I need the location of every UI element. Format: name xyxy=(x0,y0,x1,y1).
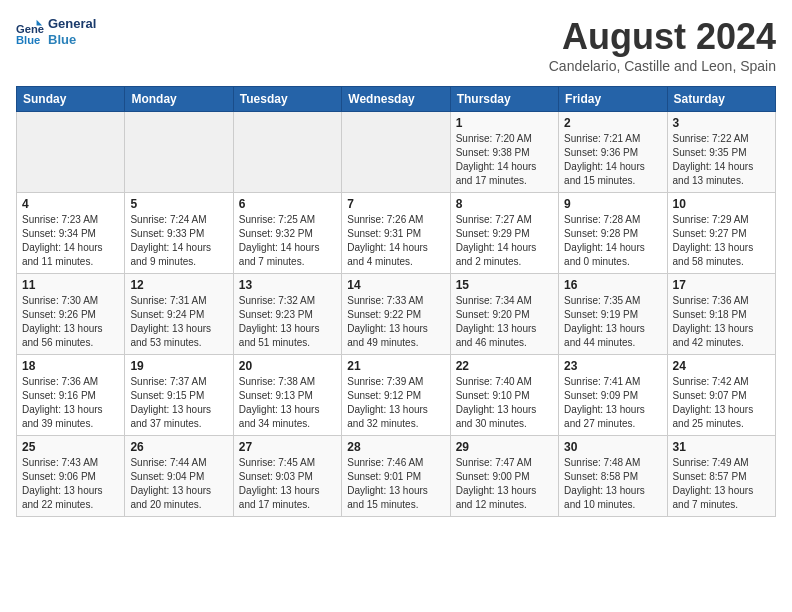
day-number: 13 xyxy=(239,278,336,292)
day-number: 11 xyxy=(22,278,119,292)
calendar-cell-3-2: 12Sunrise: 7:31 AMSunset: 9:24 PMDayligh… xyxy=(125,274,233,355)
calendar-cell-5-5: 29Sunrise: 7:47 AMSunset: 9:00 PMDayligh… xyxy=(450,436,558,517)
calendar-cell-2-1: 4Sunrise: 7:23 AMSunset: 9:34 PMDaylight… xyxy=(17,193,125,274)
calendar-cell-5-2: 26Sunrise: 7:44 AMSunset: 9:04 PMDayligh… xyxy=(125,436,233,517)
calendar-cell-4-3: 20Sunrise: 7:38 AMSunset: 9:13 PMDayligh… xyxy=(233,355,341,436)
calendar-cell-3-1: 11Sunrise: 7:30 AMSunset: 9:26 PMDayligh… xyxy=(17,274,125,355)
day-number: 3 xyxy=(673,116,770,130)
day-info: Sunrise: 7:49 AMSunset: 8:57 PMDaylight:… xyxy=(673,456,770,512)
weekday-header-tuesday: Tuesday xyxy=(233,87,341,112)
calendar-cell-1-2 xyxy=(125,112,233,193)
calendar-cell-1-6: 2Sunrise: 7:21 AMSunset: 9:36 PMDaylight… xyxy=(559,112,667,193)
weekday-header-saturday: Saturday xyxy=(667,87,775,112)
logo-line2: Blue xyxy=(48,32,96,48)
day-info: Sunrise: 7:28 AMSunset: 9:28 PMDaylight:… xyxy=(564,213,661,269)
day-number: 22 xyxy=(456,359,553,373)
day-number: 17 xyxy=(673,278,770,292)
day-info: Sunrise: 7:30 AMSunset: 9:26 PMDaylight:… xyxy=(22,294,119,350)
day-number: 14 xyxy=(347,278,444,292)
day-info: Sunrise: 7:36 AMSunset: 9:18 PMDaylight:… xyxy=(673,294,770,350)
day-info: Sunrise: 7:31 AMSunset: 9:24 PMDaylight:… xyxy=(130,294,227,350)
calendar-cell-4-4: 21Sunrise: 7:39 AMSunset: 9:12 PMDayligh… xyxy=(342,355,450,436)
day-info: Sunrise: 7:47 AMSunset: 9:00 PMDaylight:… xyxy=(456,456,553,512)
day-number: 20 xyxy=(239,359,336,373)
calendar-week-row-3: 11Sunrise: 7:30 AMSunset: 9:26 PMDayligh… xyxy=(17,274,776,355)
day-number: 31 xyxy=(673,440,770,454)
day-number: 6 xyxy=(239,197,336,211)
calendar-week-row-1: 1Sunrise: 7:20 AMSunset: 9:38 PMDaylight… xyxy=(17,112,776,193)
day-info: Sunrise: 7:22 AMSunset: 9:35 PMDaylight:… xyxy=(673,132,770,188)
day-number: 10 xyxy=(673,197,770,211)
day-info: Sunrise: 7:33 AMSunset: 9:22 PMDaylight:… xyxy=(347,294,444,350)
day-info: Sunrise: 7:24 AMSunset: 9:33 PMDaylight:… xyxy=(130,213,227,269)
day-info: Sunrise: 7:42 AMSunset: 9:07 PMDaylight:… xyxy=(673,375,770,431)
day-info: Sunrise: 7:23 AMSunset: 9:34 PMDaylight:… xyxy=(22,213,119,269)
weekday-header-sunday: Sunday xyxy=(17,87,125,112)
day-info: Sunrise: 7:21 AMSunset: 9:36 PMDaylight:… xyxy=(564,132,661,188)
day-number: 23 xyxy=(564,359,661,373)
day-info: Sunrise: 7:34 AMSunset: 9:20 PMDaylight:… xyxy=(456,294,553,350)
day-number: 27 xyxy=(239,440,336,454)
day-number: 21 xyxy=(347,359,444,373)
day-number: 25 xyxy=(22,440,119,454)
month-year-title: August 2024 xyxy=(549,16,776,58)
day-info: Sunrise: 7:38 AMSunset: 9:13 PMDaylight:… xyxy=(239,375,336,431)
calendar-cell-4-7: 24Sunrise: 7:42 AMSunset: 9:07 PMDayligh… xyxy=(667,355,775,436)
calendar-cell-5-6: 30Sunrise: 7:48 AMSunset: 8:58 PMDayligh… xyxy=(559,436,667,517)
calendar-cell-1-4 xyxy=(342,112,450,193)
calendar-cell-4-1: 18Sunrise: 7:36 AMSunset: 9:16 PMDayligh… xyxy=(17,355,125,436)
day-info: Sunrise: 7:26 AMSunset: 9:31 PMDaylight:… xyxy=(347,213,444,269)
day-number: 19 xyxy=(130,359,227,373)
day-number: 8 xyxy=(456,197,553,211)
day-number: 24 xyxy=(673,359,770,373)
weekday-header-wednesday: Wednesday xyxy=(342,87,450,112)
calendar-cell-3-6: 16Sunrise: 7:35 AMSunset: 9:19 PMDayligh… xyxy=(559,274,667,355)
calendar-cell-5-1: 25Sunrise: 7:43 AMSunset: 9:06 PMDayligh… xyxy=(17,436,125,517)
day-number: 7 xyxy=(347,197,444,211)
calendar-cell-3-3: 13Sunrise: 7:32 AMSunset: 9:23 PMDayligh… xyxy=(233,274,341,355)
day-info: Sunrise: 7:35 AMSunset: 9:19 PMDaylight:… xyxy=(564,294,661,350)
day-info: Sunrise: 7:41 AMSunset: 9:09 PMDaylight:… xyxy=(564,375,661,431)
calendar-week-row-4: 18Sunrise: 7:36 AMSunset: 9:16 PMDayligh… xyxy=(17,355,776,436)
logo: General Blue General Blue xyxy=(16,16,96,47)
day-info: Sunrise: 7:40 AMSunset: 9:10 PMDaylight:… xyxy=(456,375,553,431)
day-number: 15 xyxy=(456,278,553,292)
calendar-cell-5-3: 27Sunrise: 7:45 AMSunset: 9:03 PMDayligh… xyxy=(233,436,341,517)
calendar-cell-2-6: 9Sunrise: 7:28 AMSunset: 9:28 PMDaylight… xyxy=(559,193,667,274)
day-info: Sunrise: 7:46 AMSunset: 9:01 PMDaylight:… xyxy=(347,456,444,512)
calendar-cell-5-7: 31Sunrise: 7:49 AMSunset: 8:57 PMDayligh… xyxy=(667,436,775,517)
weekday-header-thursday: Thursday xyxy=(450,87,558,112)
day-number: 5 xyxy=(130,197,227,211)
page-header: General Blue General Blue August 2024 Ca… xyxy=(16,16,776,74)
calendar-cell-2-3: 6Sunrise: 7:25 AMSunset: 9:32 PMDaylight… xyxy=(233,193,341,274)
weekday-header-friday: Friday xyxy=(559,87,667,112)
day-info: Sunrise: 7:37 AMSunset: 9:15 PMDaylight:… xyxy=(130,375,227,431)
calendar-cell-3-4: 14Sunrise: 7:33 AMSunset: 9:22 PMDayligh… xyxy=(342,274,450,355)
day-number: 9 xyxy=(564,197,661,211)
weekday-header-row: SundayMondayTuesdayWednesdayThursdayFrid… xyxy=(17,87,776,112)
weekday-header-monday: Monday xyxy=(125,87,233,112)
svg-text:Blue: Blue xyxy=(16,34,40,46)
calendar-cell-1-7: 3Sunrise: 7:22 AMSunset: 9:35 PMDaylight… xyxy=(667,112,775,193)
day-info: Sunrise: 7:20 AMSunset: 9:38 PMDaylight:… xyxy=(456,132,553,188)
logo-line1: General xyxy=(48,16,96,32)
calendar-cell-3-5: 15Sunrise: 7:34 AMSunset: 9:20 PMDayligh… xyxy=(450,274,558,355)
day-info: Sunrise: 7:39 AMSunset: 9:12 PMDaylight:… xyxy=(347,375,444,431)
calendar-cell-2-7: 10Sunrise: 7:29 AMSunset: 9:27 PMDayligh… xyxy=(667,193,775,274)
day-info: Sunrise: 7:48 AMSunset: 8:58 PMDaylight:… xyxy=(564,456,661,512)
day-info: Sunrise: 7:25 AMSunset: 9:32 PMDaylight:… xyxy=(239,213,336,269)
calendar-cell-1-5: 1Sunrise: 7:20 AMSunset: 9:38 PMDaylight… xyxy=(450,112,558,193)
calendar-cell-2-4: 7Sunrise: 7:26 AMSunset: 9:31 PMDaylight… xyxy=(342,193,450,274)
day-number: 1 xyxy=(456,116,553,130)
day-info: Sunrise: 7:27 AMSunset: 9:29 PMDaylight:… xyxy=(456,213,553,269)
day-info: Sunrise: 7:44 AMSunset: 9:04 PMDaylight:… xyxy=(130,456,227,512)
calendar-cell-3-7: 17Sunrise: 7:36 AMSunset: 9:18 PMDayligh… xyxy=(667,274,775,355)
calendar-cell-5-4: 28Sunrise: 7:46 AMSunset: 9:01 PMDayligh… xyxy=(342,436,450,517)
calendar-cell-4-5: 22Sunrise: 7:40 AMSunset: 9:10 PMDayligh… xyxy=(450,355,558,436)
calendar-body: 1Sunrise: 7:20 AMSunset: 9:38 PMDaylight… xyxy=(17,112,776,517)
day-number: 18 xyxy=(22,359,119,373)
day-info: Sunrise: 7:36 AMSunset: 9:16 PMDaylight:… xyxy=(22,375,119,431)
location-subtitle: Candelario, Castille and Leon, Spain xyxy=(549,58,776,74)
day-info: Sunrise: 7:43 AMSunset: 9:06 PMDaylight:… xyxy=(22,456,119,512)
calendar-week-row-5: 25Sunrise: 7:43 AMSunset: 9:06 PMDayligh… xyxy=(17,436,776,517)
